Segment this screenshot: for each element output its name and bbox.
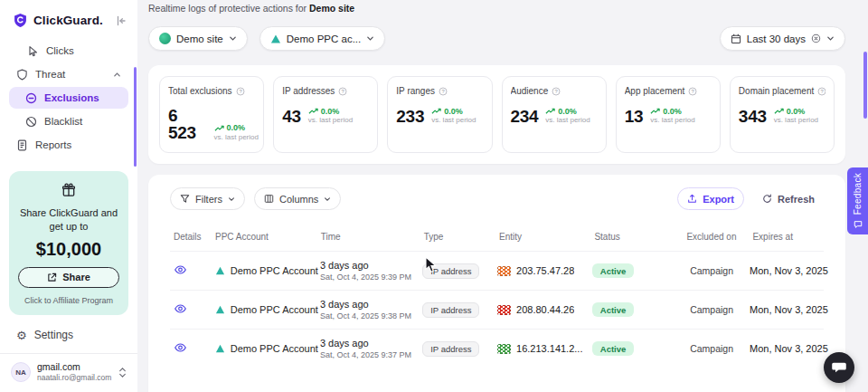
stat-value: 343 (739, 108, 767, 125)
stat-value: 43 (282, 108, 301, 125)
share-button-label: Share (62, 272, 90, 282)
stat-sub: vs. last period (774, 116, 818, 124)
sidebar-item-clicks[interactable]: Clicks (9, 40, 128, 62)
cursor-click-icon (27, 45, 39, 57)
gear-icon: ⚙ (16, 330, 27, 341)
share-button[interactable]: Share (18, 267, 119, 288)
exclusions-table-panel: Filters Columns Export Refresh Details P… (148, 175, 845, 392)
date-range-selector[interactable]: Last 30 days (720, 26, 845, 51)
chevron-down-icon (228, 196, 235, 203)
chevron-down-icon (366, 34, 374, 43)
stat-sub: vs. last period (431, 116, 476, 124)
column-header-type: Type (424, 232, 499, 242)
refresh-button[interactable]: Refresh (753, 187, 824, 210)
stat-delta-value: 0.0% (227, 123, 246, 132)
calendar-icon (731, 33, 741, 44)
table-toolbar: Filters Columns Export Refresh (170, 187, 824, 210)
filters-button[interactable]: Filters (170, 187, 245, 210)
stat-delta-value: 0.0% (787, 107, 806, 116)
sidebar-item-blacklist[interactable]: Blacklist (9, 110, 128, 132)
stat-card-ip-ranges: IP ranges? 2330.0%vs. last period (387, 76, 492, 153)
column-header-entity: Entity (499, 232, 594, 242)
export-button-label: Export (703, 194, 734, 205)
table-header-row: Details PPC Account Time Type Entity Sta… (170, 232, 824, 251)
site-selector-label: Demo site (176, 33, 223, 44)
account-switcher[interactable]: NA gmail.com naatali.ro@gmail.com (9, 354, 128, 387)
stat-value: 13 (625, 108, 644, 125)
time-relative: 3 days ago (320, 338, 422, 349)
columns-icon (264, 194, 274, 204)
trending-up-icon (214, 125, 224, 132)
share-icon (47, 272, 57, 282)
document-icon (16, 139, 28, 151)
sidebar-item-exclusions[interactable]: Exclusions (9, 87, 128, 109)
columns-button[interactable]: Columns (254, 187, 341, 210)
date-range-label: Last 30 days (747, 33, 806, 44)
stat-label: App placement (625, 86, 685, 96)
type-badge: IP address (422, 341, 479, 357)
stat-delta-value: 0.0% (558, 107, 577, 116)
info-icon[interactable]: ? (439, 87, 448, 96)
columns-button-label: Columns (279, 194, 318, 205)
chat-launcher-button[interactable] (824, 352, 854, 383)
entity-value[interactable]: 203.75.47.28 (516, 265, 574, 276)
type-badge: IP address (422, 302, 479, 318)
details-eye-icon[interactable] (174, 303, 187, 314)
chevron-down-icon (826, 34, 835, 43)
type-badge: IP address (422, 263, 479, 279)
expires-at-value: Mon, Nov 3, 2025 (733, 265, 824, 276)
entity-value[interactable]: 16.213.141.2... (516, 343, 582, 354)
stat-delta-value: 0.0% (444, 107, 463, 116)
trending-up-icon (774, 108, 784, 115)
stat-label: Domain placement (739, 86, 814, 96)
expires-at-value: Mon, Nov 3, 2025 (733, 343, 824, 354)
refresh-icon (762, 194, 772, 204)
info-icon[interactable]: ? (817, 87, 826, 96)
stat-value: 234 (511, 108, 539, 125)
affiliate-link[interactable]: Click to Affiliate Program (18, 296, 119, 305)
table-row: Demo PPC Account 3 days agoSat, Oct 4, 2… (170, 290, 824, 329)
details-eye-icon[interactable] (174, 342, 187, 353)
ban-icon (25, 116, 37, 128)
column-header-ppc-account: PPC Account (215, 232, 321, 242)
time-relative: 3 days ago (320, 299, 422, 310)
stat-label: Total exclusions (168, 86, 232, 96)
user-name: gmail.com (37, 361, 111, 373)
stat-sub: vs. last period (308, 116, 353, 124)
chat-bubble-icon (832, 361, 846, 375)
details-eye-icon[interactable] (174, 264, 187, 275)
filter-bar: Demo site Demo PPC ac... Last 30 days (148, 26, 845, 51)
stat-value: 6 523 (168, 107, 207, 141)
svg-text:?: ? (555, 89, 559, 94)
trending-up-icon (308, 108, 318, 115)
info-icon[interactable]: ? (338, 87, 347, 96)
feedback-message-icon (854, 220, 863, 229)
page-scrollbar[interactable] (863, 52, 867, 119)
google-ads-icon (215, 344, 225, 353)
column-header-time: Time (321, 232, 424, 242)
svg-text:?: ? (342, 89, 345, 94)
info-icon[interactable]: ? (552, 87, 561, 96)
ppc-account-selector[interactable]: Demo PPC ac... (259, 26, 385, 51)
feedback-tab[interactable]: Feedback (847, 167, 868, 234)
entity-value[interactable]: 208.80.44.26 (516, 304, 574, 315)
clear-icon[interactable] (811, 33, 821, 43)
stat-label: IP addresses (282, 86, 335, 96)
stat-sub: vs. last period (545, 116, 590, 124)
column-header-excluded-on: Excluded on (679, 232, 736, 242)
sidebar: ClickGuard. Clicks Threat Exclusions Bla… (0, 0, 137, 392)
info-icon[interactable]: ? (688, 87, 697, 96)
chevron-down-icon (324, 196, 331, 203)
stat-card-domain-placement: Domain placement? 3430.0%vs. last period (730, 76, 835, 153)
sidebar-item-threat[interactable]: Threat (9, 63, 128, 85)
stat-card-app-placement: App placement? 130.0%vs. last period (616, 76, 721, 153)
sidebar-item-reports[interactable]: Reports (9, 134, 128, 156)
sidebar-scrollbar[interactable] (134, 67, 137, 167)
chevron-up-icon (113, 71, 121, 79)
sidebar-collapse-icon[interactable] (116, 15, 127, 26)
info-icon[interactable]: ? (236, 87, 245, 96)
site-selector[interactable]: Demo site (148, 26, 248, 51)
sidebar-item-settings[interactable]: ⚙ Settings (9, 324, 128, 346)
brand: ClickGuard. (9, 7, 128, 39)
export-button[interactable]: Export (677, 187, 744, 210)
